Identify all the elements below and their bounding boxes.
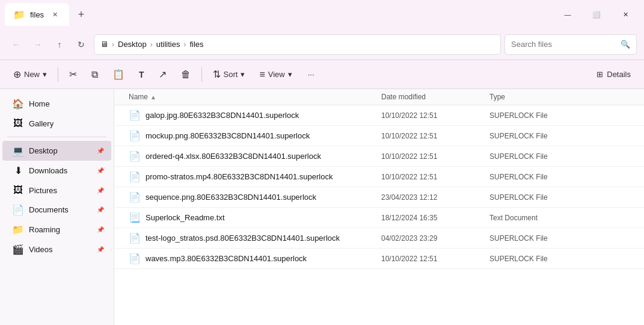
share-icon: ↗ xyxy=(159,69,167,80)
file-date: 18/12/2024 16:35 xyxy=(381,214,489,222)
breadcrumb[interactable]: 🖥 › Desktop › utilities › files xyxy=(94,34,501,55)
table-row[interactable]: 📃 Superlock_Readme.txt 18/12/2024 16:35 … xyxy=(114,208,644,228)
command-bar: ⊕ New ▾ ✂ ⧉ 📋 T ↗ 🗑 ⇅ Sort ▾ ≡ View ▾ ··… xyxy=(0,60,644,89)
documents-icon: 📄 xyxy=(12,204,24,215)
sidebar-item-home[interactable]: 🏠 Home xyxy=(2,94,111,114)
file-type-label: SUPERLOCK File xyxy=(489,193,644,202)
details-button[interactable]: ⊞ Details xyxy=(590,67,637,82)
sidebar-item-documents[interactable]: 📄 Documents 📌 xyxy=(2,200,111,220)
details-label: Details xyxy=(607,70,631,79)
file-name: Superlock_Readme.txt xyxy=(146,213,381,222)
new-icon: ⊕ xyxy=(13,69,21,80)
breadcrumb-files[interactable]: files xyxy=(189,40,203,49)
column-name[interactable]: Name ▲ xyxy=(129,93,381,101)
new-button[interactable]: ⊕ New ▾ xyxy=(7,66,53,83)
sort-arrow-icon: ▾ xyxy=(241,70,245,79)
tab-folder-icon: 📁 xyxy=(13,9,25,20)
back-button[interactable]: ← xyxy=(7,36,25,54)
sidebar-item-gallery[interactable]: 🖼 Gallery xyxy=(2,114,111,133)
sidebar-item-videos[interactable]: 🎬 Videos 📌 xyxy=(2,240,111,259)
new-label: New xyxy=(24,70,40,79)
refresh-button[interactable]: ↻ xyxy=(72,36,90,54)
breadcrumb-utilities[interactable]: utilities xyxy=(156,40,180,49)
file-date: 10/10/2022 12:51 xyxy=(381,255,489,263)
table-row[interactable]: 📄 ordered-q4.xlsx.80E6332B3C8DN14401.sup… xyxy=(114,146,644,167)
table-row[interactable]: 📄 galop.jpg.80E6332B3C8DN14401.superlock… xyxy=(114,105,644,126)
file-name: promo-stratos.mp4.80E6332B3C8DN14401.sup… xyxy=(146,172,381,181)
table-row[interactable]: 📄 waves.mp3.80E6332B3C8DN14401.superlock… xyxy=(114,249,644,269)
search-box[interactable]: 🔍 xyxy=(504,34,637,55)
desktop-icon: 💻 xyxy=(12,145,24,156)
sidebar-item-downloads[interactable]: ⬇ Downloads 📌 xyxy=(2,161,111,181)
close-button[interactable]: ✕ xyxy=(612,5,639,24)
breadcrumb-sep: › xyxy=(183,40,186,49)
address-bar: ← → ↑ ↻ 🖥 › Desktop › utilities › files … xyxy=(0,29,644,60)
sort-arrow-icon: ▲ xyxy=(150,94,156,101)
file-type-label: SUPERLOCK File xyxy=(489,173,644,181)
roaming-icon: 📁 xyxy=(12,224,24,235)
sort-button[interactable]: ⇅ Sort ▾ xyxy=(207,66,251,83)
file-type-icon: 📄 xyxy=(129,130,141,141)
sidebar-label-home: Home xyxy=(29,99,50,108)
main-content: 🏠 Home 🖼 Gallery 💻 Desktop 📌 ⬇ Downloads… xyxy=(0,89,644,325)
paste-icon: 📋 xyxy=(112,69,124,80)
share-button[interactable]: ↗ xyxy=(153,66,173,83)
active-tab[interactable]: 📁 files ✕ xyxy=(5,3,69,26)
column-date[interactable]: Date modified xyxy=(381,93,489,101)
file-date: 23/04/2023 12:12 xyxy=(381,193,489,202)
delete-button[interactable]: 🗑 xyxy=(175,66,197,83)
view-button[interactable]: ≡ View ▾ xyxy=(253,66,298,83)
file-list: Name ▲ Date modified Type 📄 galop.jpg.80… xyxy=(114,89,644,325)
sidebar-label-desktop: Desktop xyxy=(29,146,58,155)
maximize-button[interactable]: ⬜ xyxy=(583,5,610,24)
table-row[interactable]: 📄 mockup.png.80E6332B3C8DN14401.superloc… xyxy=(114,126,644,146)
pin-icon-roaming: 📌 xyxy=(97,226,104,233)
gallery-icon: 🖼 xyxy=(12,118,24,129)
tab-close-button[interactable]: ✕ xyxy=(49,8,61,20)
up-button[interactable]: ↑ xyxy=(51,36,69,54)
sidebar-item-pictures[interactable]: 🖼 Pictures 📌 xyxy=(2,181,111,200)
file-name: ordered-q4.xlsx.80E6332B3C8DN14401.super… xyxy=(146,152,381,161)
new-tab-button[interactable]: + xyxy=(72,5,91,24)
rename-icon: T xyxy=(139,70,144,79)
file-date: 10/10/2022 12:51 xyxy=(381,173,489,181)
table-row[interactable]: 📄 sequence.png.80E6332B3C8DN14401.superl… xyxy=(114,187,644,208)
column-name-label: Name xyxy=(129,93,148,101)
more-button[interactable]: ··· xyxy=(302,67,320,82)
pin-icon-downloads: 📌 xyxy=(97,167,104,174)
sidebar-item-desktop[interactable]: 💻 Desktop 📌 xyxy=(2,141,111,161)
column-type[interactable]: Type xyxy=(489,93,644,101)
breadcrumb-desktop[interactable]: Desktop xyxy=(118,40,147,49)
file-type-label: SUPERLOCK File xyxy=(489,255,644,263)
file-type-icon: 📄 xyxy=(129,171,141,182)
file-list-header: Name ▲ Date modified Type xyxy=(114,89,644,105)
pin-icon-documents: 📌 xyxy=(97,206,104,213)
table-row[interactable]: 📄 test-logo_stratos.psd.80E6332B3C8DN144… xyxy=(114,228,644,249)
downloads-icon: ⬇ xyxy=(12,165,24,176)
file-type-label: SUPERLOCK File xyxy=(489,132,644,140)
file-type-icon: 📄 xyxy=(129,232,141,244)
file-type-label: SUPERLOCK File xyxy=(489,152,644,161)
copy-button[interactable]: ⧉ xyxy=(85,66,104,83)
pictures-icon: 🖼 xyxy=(12,185,24,196)
rename-button[interactable]: T xyxy=(133,67,150,82)
videos-icon: 🎬 xyxy=(12,244,24,255)
file-name: mockup.png.80E6332B3C8DN14401.superlock xyxy=(146,131,381,140)
column-date-label: Date modified xyxy=(381,93,426,101)
paste-button[interactable]: 📋 xyxy=(106,66,130,83)
file-date: 04/02/2023 23:29 xyxy=(381,234,489,243)
sidebar: 🏠 Home 🖼 Gallery 💻 Desktop 📌 ⬇ Downloads… xyxy=(0,89,114,325)
minimize-button[interactable]: — xyxy=(554,5,581,24)
table-row[interactable]: 📄 promo-stratos.mp4.80E6332B3C8DN14401.s… xyxy=(114,167,644,187)
sidebar-item-roaming[interactable]: 📁 Roaming 📌 xyxy=(2,220,111,240)
view-label: View xyxy=(268,70,285,79)
search-input[interactable] xyxy=(511,40,616,49)
pin-icon: 📌 xyxy=(97,147,104,154)
view-icon: ≡ xyxy=(259,69,265,80)
forward-button[interactable]: → xyxy=(29,36,47,54)
delete-icon: 🗑 xyxy=(181,69,191,80)
new-arrow-icon: ▾ xyxy=(43,70,47,79)
cut-button[interactable]: ✂ xyxy=(63,66,83,83)
file-type-icon: 📄 xyxy=(129,110,141,121)
file-name: galop.jpg.80E6332B3C8DN14401.superlock xyxy=(146,111,381,120)
